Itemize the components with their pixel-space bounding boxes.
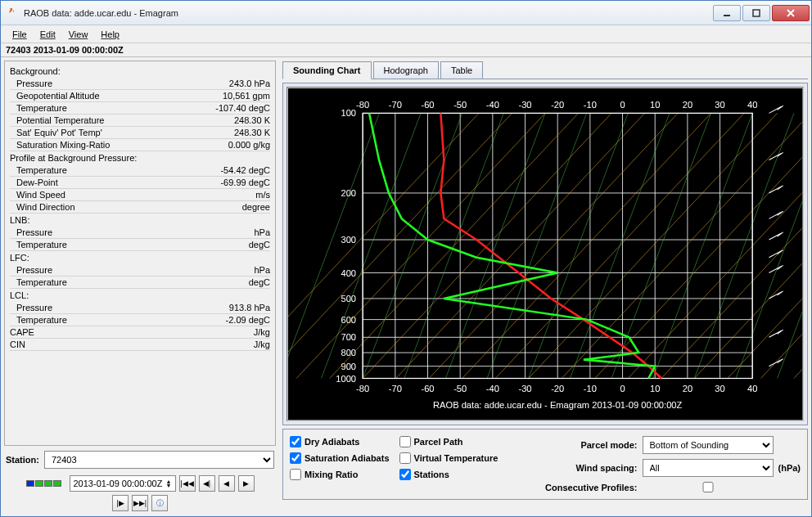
param-section-label: LNB:: [10, 214, 270, 227]
wind-spacing-dropdown[interactable]: All: [643, 459, 774, 477]
menu-help[interactable]: Help: [94, 28, 126, 41]
station-picker-row: Station: 72403: [4, 449, 276, 470]
svg-text:300: 300: [341, 235, 356, 245]
svg-text:-50: -50: [453, 384, 467, 393]
checkbox[interactable]: [399, 469, 411, 480]
svg-text:-60: -60: [421, 100, 434, 110]
svg-line-85: [487, 113, 587, 378]
svg-line-78: [794, 113, 804, 378]
checkbox[interactable]: [290, 436, 301, 447]
checkbox[interactable]: [399, 452, 411, 464]
svg-line-111: [778, 330, 783, 334]
svg-text:-40: -40: [486, 384, 499, 393]
skip-end-button[interactable]: ▶▶|: [132, 495, 148, 511]
info-button[interactable]: ⓘ: [151, 495, 168, 511]
tab-hodograph[interactable]: Hodograph: [373, 61, 439, 79]
option-mixing-ratio[interactable]: Mixing Ratio: [290, 469, 390, 480]
option-parcel-path[interactable]: Parcel Path: [399, 436, 498, 447]
option-text: Parcel Path: [414, 437, 463, 447]
step-forward-button[interactable]: |▶: [112, 495, 129, 511]
param-section-label: LCL:: [10, 289, 270, 302]
tab-bar: Sounding ChartHodographTable: [282, 61, 808, 79]
maximize-button[interactable]: [742, 5, 770, 21]
checkbox[interactable]: [290, 452, 301, 464]
svg-text:-30: -30: [518, 100, 531, 110]
param-value: hPa: [188, 265, 270, 275]
param-value: 10,561 gpm: [188, 91, 270, 101]
param-value: J/kg: [188, 327, 270, 337]
checkbox[interactable]: [290, 469, 301, 480]
play-forward-button[interactable]: ▶: [238, 475, 255, 492]
param-name: Wind Direction: [16, 202, 188, 212]
param-name: Temperature: [16, 240, 188, 250]
svg-text:200: 200: [341, 188, 356, 198]
param-name: Geopotential Altitude: [16, 91, 188, 101]
svg-line-75: [694, 113, 804, 378]
svg-line-103: [778, 232, 783, 236]
svg-rect-1: [753, 10, 760, 16]
option-virtual-temperature[interactable]: Virtual Temperature: [399, 452, 498, 464]
play-back-button[interactable]: ◀: [219, 475, 235, 492]
menu-view[interactable]: View: [62, 28, 95, 41]
param-row: Sat' Equiv' Pot' Temp'248.30 K: [10, 127, 270, 139]
svg-line-66: [396, 113, 645, 378]
right-pane: Sounding ChartHodographTable 10020030040…: [279, 57, 811, 516]
param-row: Temperature-107.40 degC: [10, 102, 270, 115]
svg-line-108: [769, 292, 781, 299]
svg-text:-70: -70: [389, 100, 402, 110]
svg-line-105: [778, 250, 783, 254]
param-row: Wind Directiondegree: [10, 201, 270, 214]
tab-sounding-chart[interactable]: Sounding Chart: [282, 61, 372, 79]
svg-line-81: [322, 113, 422, 378]
parcel-mode-dropdown[interactable]: Bottom of Sounding: [643, 436, 774, 454]
svg-line-102: [769, 233, 781, 240]
checkbox[interactable]: [399, 436, 411, 447]
param-value: 243.0 hPa: [188, 79, 270, 88]
menu-edit[interactable]: Edit: [34, 28, 62, 41]
svg-line-96: [769, 153, 781, 160]
progress-segment: [35, 480, 43, 487]
param-value: 913.8 hPa: [188, 303, 270, 312]
param-row: Dew-Point-69.99 degC: [10, 177, 270, 189]
emagram-chart[interactable]: 1002003004005006007008009001000-80-80-70…: [286, 87, 804, 421]
svg-line-90: [694, 113, 794, 378]
svg-text:30: 30: [715, 100, 724, 110]
left-pane: Background:Pressure243.0 hPaGeopotential…: [1, 57, 279, 516]
playback-timestamp[interactable]: 2013-01-09 00:00:00Z ▲▼: [70, 475, 176, 492]
param-value: -2.09 degC: [188, 315, 270, 325]
close-button[interactable]: [772, 5, 810, 21]
step-back-button[interactable]: ◀|: [199, 475, 215, 492]
option-dry-adiabats[interactable]: Dry Adiabats: [290, 436, 390, 447]
menu-file[interactable]: File: [6, 28, 34, 41]
tab-table[interactable]: Table: [440, 61, 483, 79]
svg-text:1000: 1000: [336, 374, 356, 384]
param-value: -69.99 degC: [188, 178, 270, 187]
parcel-mode-label: Parcel mode:: [545, 440, 637, 450]
svg-line-91: [736, 113, 804, 378]
option-text: Stations: [414, 470, 449, 479]
svg-text:-80: -80: [356, 384, 369, 393]
consecutive-checkbox[interactable]: [643, 482, 774, 492]
param-name: Pressure: [16, 79, 188, 88]
progress-segment: [26, 480, 34, 487]
station-dropdown[interactable]: 72403: [44, 451, 274, 469]
playback-controls: 2013-01-09 00:00:00Z ▲▼ |◀◀ ◀| ◀ ▶ |▶ ▶▶…: [4, 474, 276, 513]
svg-text:900: 900: [341, 362, 356, 371]
svg-line-68: [462, 113, 711, 378]
svg-text:0: 0: [620, 384, 625, 393]
param-row: CINJ/kg: [10, 339, 270, 351]
svg-line-65: [363, 113, 611, 378]
skip-start-button[interactable]: |◀◀: [179, 475, 196, 492]
param-row: Saturation Mixing-Ratio0.000 g/kg: [10, 139, 270, 151]
option-saturation-adiabats[interactable]: Saturation Adiabats: [290, 452, 390, 464]
spinner-arrows-icon[interactable]: ▲▼: [166, 479, 172, 488]
option-text: Virtual Temperature: [414, 453, 498, 463]
svg-line-67: [429, 113, 678, 378]
svg-text:-20: -20: [551, 100, 564, 110]
minimize-button[interactable]: [713, 5, 741, 21]
option-stations[interactable]: Stations: [399, 469, 498, 480]
param-name: Temperature: [16, 165, 188, 175]
svg-text:700: 700: [341, 332, 356, 342]
param-name: Pressure: [16, 227, 188, 237]
param-value: degC: [188, 240, 270, 250]
